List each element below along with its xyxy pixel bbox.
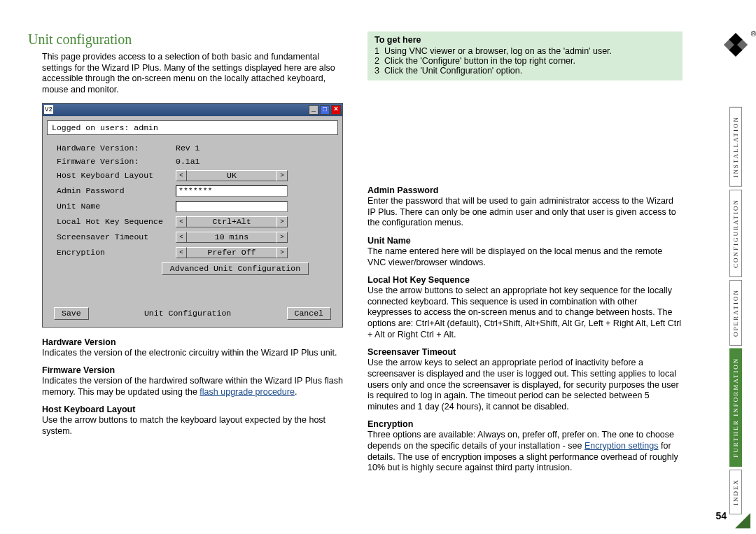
host-kb-next-button[interactable]: >	[276, 170, 288, 181]
minimize-button[interactable]: _	[309, 105, 318, 115]
ap-title: Admin Password	[368, 185, 682, 195]
lhk-body: Use the arrow buttons to select an appro…	[368, 286, 682, 340]
hotkey-label: Local Hot Key Sequence	[57, 217, 176, 226]
tab-installation[interactable]: INSTALLATION	[729, 107, 742, 187]
enc-value: Prefer Off	[187, 247, 276, 258]
cancel-button[interactable]: Cancel	[287, 307, 331, 320]
save-button[interactable]: Save	[54, 307, 89, 320]
fw-body-b: .	[295, 387, 297, 397]
admin-pw-label: Admin Password	[57, 186, 176, 195]
enc-title: Encryption	[368, 419, 682, 429]
admin-pw-field[interactable]: *******	[176, 185, 288, 197]
advanced-config-button[interactable]: Advanced Unit Configuration	[162, 262, 309, 275]
brand-logo-icon: ®	[722, 31, 749, 58]
hotkey-next-button[interactable]: >	[276, 216, 288, 227]
enc-prev-button[interactable]: <	[176, 247, 187, 258]
hw-section-title: Hardware Version	[42, 337, 346, 347]
host-kb-prev-button[interactable]: <	[176, 170, 187, 181]
hw-ver-label: Hardware Version:	[57, 143, 176, 153]
un-title: Unit Name	[368, 236, 682, 246]
corner-decoration-icon	[735, 513, 750, 528]
hint-title: To get here	[374, 35, 676, 45]
hk-section-title: Host Keyboard Layout	[42, 405, 346, 414]
encryption-settings-link[interactable]: Encryption settings	[584, 441, 659, 451]
tab-operation[interactable]: OPERATION	[729, 280, 742, 346]
ss-next-button[interactable]: >	[276, 232, 288, 243]
hk-section-body: Use the arrow buttons to match the keybo…	[42, 415, 346, 437]
unit-name-label: Unit Name	[57, 202, 176, 211]
st-body: Use the arrow keys to select an appropri…	[368, 358, 682, 412]
host-kb-label: Host Keyboard Layout	[57, 171, 176, 180]
fw-section-body: Indicates the version of the hardwired s…	[42, 376, 346, 398]
enc-body: Three options are available: Always on, …	[368, 430, 682, 474]
unit-name-field[interactable]	[176, 201, 288, 212]
host-kb-value: UK	[187, 170, 276, 181]
enc-next-button[interactable]: >	[276, 247, 288, 258]
st-title: Screensaver Timeout	[368, 347, 682, 357]
dialog-app-icon: V2	[44, 105, 53, 114]
hw-section-body: Indicates the version of the electronic …	[42, 348, 346, 359]
ss-prev-button[interactable]: <	[176, 232, 187, 243]
tab-further-information[interactable]: FURTHER INFORMATION	[729, 349, 742, 467]
lhk-title: Local Hot Key Sequence	[368, 275, 682, 285]
to-get-here-box: To get here 1Using VNC viewer or a brows…	[368, 31, 682, 80]
hint-step-2: Click the 'Configure' button in the top …	[384, 56, 575, 66]
hw-ver-value: Rev 1	[176, 143, 200, 153]
unit-config-dialog: V2 _ □ × Logged on users: admin Hardware…	[42, 103, 343, 328]
ss-timeout-label: Screensaver Timeout	[57, 232, 176, 241]
fw-section-title: Firmware Version	[42, 365, 346, 375]
hint-step-1: Using VNC viewer or a browser, log on as…	[384, 46, 612, 56]
hotkey-value: Ctrl+Alt	[187, 216, 276, 227]
tab-configuration[interactable]: CONFIGURATION	[729, 190, 742, 277]
dialog-titlebar: V2 _ □ ×	[43, 104, 342, 116]
side-nav: ® INSTALLATION CONFIGURATION OPERATION F…	[722, 31, 749, 517]
fw-body-a: Indicates the version of the hardwired s…	[42, 376, 343, 397]
hint-step-3: Click the 'Unit Configuration' option.	[384, 66, 522, 76]
hotkey-prev-button[interactable]: <	[176, 216, 187, 227]
dialog-footer-label: Unit Configuration	[144, 309, 231, 318]
tab-index[interactable]: INDEX	[729, 470, 742, 514]
fw-ver-label: Firmware Version:	[57, 157, 176, 166]
intro-text: This page provides access to a selection…	[42, 52, 346, 96]
un-body: The name entered here will be displayed …	[368, 246, 682, 268]
maximize-button[interactable]: □	[320, 105, 330, 115]
fw-ver-value: 0.1a1	[176, 157, 200, 166]
close-button[interactable]: ×	[331, 105, 341, 115]
ap-body: Enter the password that will be used to …	[368, 196, 682, 229]
page-number: 54	[715, 510, 727, 521]
logged-on-users: Logged on users: admin	[47, 120, 338, 135]
encryption-label: Encryption	[57, 248, 176, 257]
ss-value: 10 mins	[187, 232, 276, 243]
flash-upgrade-link[interactable]: flash upgrade procedure	[200, 387, 295, 397]
page-title: Unit configuration	[28, 31, 346, 48]
